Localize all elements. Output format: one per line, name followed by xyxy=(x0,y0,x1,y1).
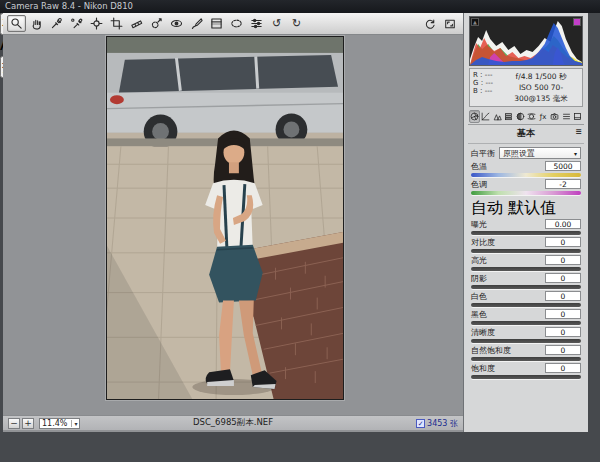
contrast-slider[interactable] xyxy=(471,249,581,253)
highlights-slider[interactable] xyxy=(471,267,581,271)
lens-icon xyxy=(527,111,536,122)
crop-tool-button[interactable] xyxy=(107,15,126,32)
r-value: R：--- xyxy=(473,71,503,79)
saturation-slider[interactable] xyxy=(471,375,581,379)
tab-snapshots[interactable] xyxy=(572,110,583,123)
whites-slider[interactable] xyxy=(471,303,581,307)
shadows-slider[interactable] xyxy=(471,285,581,289)
b-value: B：--- xyxy=(473,87,503,95)
tab-basic[interactable] xyxy=(469,110,480,123)
camera-raw-window: Camera Raw 8.4 - Nikon D810 ↺ ↻ xyxy=(0,0,600,462)
exposure-slider[interactable] xyxy=(471,231,581,235)
whites-input[interactable] xyxy=(545,291,581,301)
tab-tone-curve[interactable] xyxy=(480,110,491,123)
tab-effects[interactable]: ƒx xyxy=(538,110,549,123)
clarity-slider-row: 清晰度 xyxy=(471,328,581,343)
highlight-clipping-indicator[interactable] xyxy=(573,18,581,26)
rotate-ccw-icon: ↺ xyxy=(272,18,281,29)
histogram-chart xyxy=(470,17,582,65)
vibrance-input[interactable] xyxy=(545,345,581,355)
white-balance-label: 白平衡 xyxy=(471,148,495,159)
photo-preview[interactable] xyxy=(106,36,344,400)
camera-icon xyxy=(550,111,559,122)
panel-title: 基本 xyxy=(517,128,535,138)
aperture-icon xyxy=(470,111,479,122)
preferences-icon xyxy=(250,17,263,30)
white-balance-section: 白平衡 原照设置 ▾ 色温 色调 xyxy=(468,144,584,379)
tab-hsl-grayscale[interactable] xyxy=(503,110,514,123)
white-balance-select[interactable]: 原照设置 ▾ xyxy=(499,147,581,159)
default-link[interactable]: 默认值 xyxy=(508,198,556,217)
red-eye-icon xyxy=(170,17,183,30)
zoom-tool-button[interactable] xyxy=(7,15,26,32)
tone-curve-icon xyxy=(481,111,490,122)
hand-tool-button[interactable] xyxy=(27,15,46,32)
tab-split-toning[interactable] xyxy=(515,110,526,123)
rotate-right-tool-button[interactable]: ↻ xyxy=(287,15,306,32)
canvas-status-bar: − + 11.4% ▾ DSC_6985副本.NEF ✓ 3453 张 xyxy=(3,415,463,430)
straighten-icon xyxy=(130,17,143,30)
rgb-readout: R：--- G：--- B：--- xyxy=(473,71,503,104)
temperature-slider[interactable] xyxy=(471,173,581,177)
contrast-input[interactable] xyxy=(545,237,581,247)
check-icon: ✓ xyxy=(416,419,425,428)
g-value: G：--- xyxy=(473,79,503,87)
vibrance-slider[interactable] xyxy=(471,357,581,361)
photo-illustration xyxy=(107,37,343,399)
spot-removal-tool-button[interactable] xyxy=(147,15,166,32)
sharpen-icon xyxy=(493,111,502,122)
chevron-down-icon: ▾ xyxy=(574,150,577,157)
window-title: Camera Raw 8.4 - Nikon D810 xyxy=(5,1,133,11)
preview-toggle-button[interactable] xyxy=(420,15,439,32)
whites-slider-row: 白色 xyxy=(471,292,581,307)
rotate-left-tool-button[interactable]: ↺ xyxy=(267,15,286,32)
white-balance-value: 原照设置 xyxy=(503,148,535,159)
clarity-slider[interactable] xyxy=(471,339,581,343)
temperature-slider-row: 色温 xyxy=(471,162,581,177)
saturation-input[interactable] xyxy=(545,363,581,373)
hsl-icon xyxy=(504,111,513,122)
zoom-out-button[interactable]: − xyxy=(8,418,20,429)
adjustment-brush-tool-button[interactable] xyxy=(187,15,206,32)
red-eye-tool-button[interactable] xyxy=(167,15,186,32)
radial-filter-tool-button[interactable] xyxy=(227,15,246,32)
temperature-input[interactable] xyxy=(545,161,581,171)
contrast-slider-row: 对比度 xyxy=(471,238,581,253)
shadows-input[interactable] xyxy=(545,273,581,283)
image-counter-badge[interactable]: ✓ 3453 张 xyxy=(416,418,458,429)
color-sampler-icon xyxy=(70,17,83,30)
hand-icon xyxy=(30,17,43,30)
highlights-input[interactable] xyxy=(545,255,581,265)
image-canvas: − + 11.4% ▾ DSC_6985副本.NEF ✓ 3453 张 xyxy=(3,35,463,432)
tint-slider[interactable] xyxy=(471,191,581,195)
graduated-filter-tool-button[interactable] xyxy=(207,15,226,32)
tab-presets[interactable] xyxy=(561,110,572,123)
tab-camera-calibration[interactable] xyxy=(549,110,560,123)
title-bar[interactable]: Camera Raw 8.4 - Nikon D810 xyxy=(0,0,600,13)
auto-link[interactable]: 自动 xyxy=(471,198,503,217)
panel-menu-icon[interactable]: ≡ xyxy=(575,127,582,136)
shadow-clipping-indicator[interactable]: ▲ xyxy=(471,18,479,26)
color-sampler-tool-button[interactable] xyxy=(67,15,86,32)
spot-removal-icon xyxy=(150,17,163,30)
tab-detail[interactable] xyxy=(492,110,503,123)
blacks-slider[interactable] xyxy=(471,321,581,325)
preferences-tool-button[interactable] xyxy=(247,15,266,32)
preview-toggle-icon xyxy=(424,18,436,30)
histogram[interactable]: ▲ xyxy=(469,16,583,66)
auto-default-links: 自动 默认值 xyxy=(471,198,581,219)
tint-input[interactable] xyxy=(545,179,581,189)
zoom-level-select[interactable]: 11.4% ▾ xyxy=(39,418,80,429)
fullscreen-toggle-button[interactable] xyxy=(440,15,459,32)
split-toning-icon xyxy=(516,111,525,122)
blacks-input[interactable] xyxy=(545,309,581,319)
presets-icon xyxy=(562,111,571,122)
clarity-input[interactable] xyxy=(545,327,581,337)
tab-lens-corrections[interactable] xyxy=(526,110,537,123)
brush-icon xyxy=(190,17,203,30)
straighten-tool-button[interactable] xyxy=(127,15,146,32)
exposure-input[interactable] xyxy=(545,219,581,229)
targeted-adjustment-tool-button[interactable] xyxy=(87,15,106,32)
zoom-in-button[interactable]: + xyxy=(22,418,34,429)
white-balance-tool-button[interactable] xyxy=(47,15,66,32)
